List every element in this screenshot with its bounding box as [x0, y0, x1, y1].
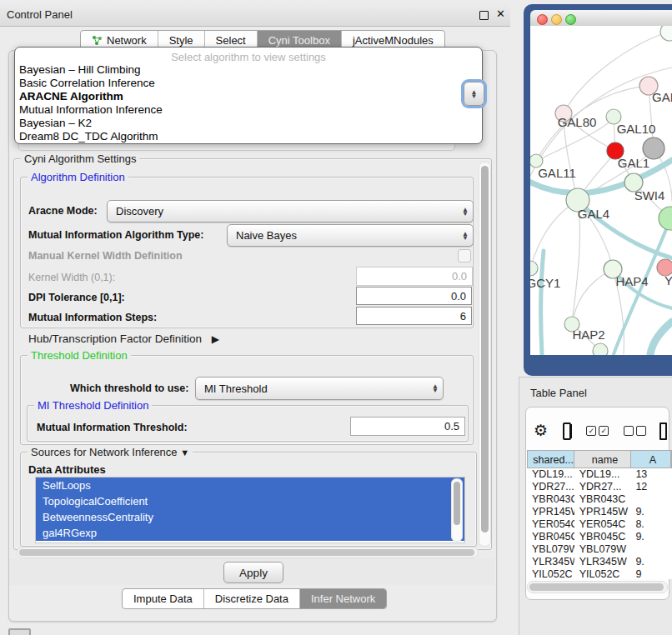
tab-label: Network	[107, 34, 147, 47]
cell: 8.	[631, 518, 672, 531]
cell: YBL079W	[574, 543, 632, 556]
column-header-3[interactable]: A	[631, 451, 671, 468]
tab-label: Cyni Toolbox	[268, 34, 330, 47]
mi-type-label: Mutual Information Algorithm Type:	[28, 229, 203, 241]
manual-kernel-label: Manual Kernel Width Definition	[28, 250, 183, 262]
node-table[interactable]: shared...nameAYDL19...YDL19...13YDR27...…	[527, 450, 672, 579]
which-threshold-label: Which threshold to use:	[70, 382, 188, 394]
mi-steps-value: 6	[460, 310, 466, 322]
settings-hscrollbar-thumb[interactable]	[19, 549, 474, 556]
cell: 9.	[631, 531, 672, 543]
attribute-item[interactable]: gal4RGexp	[36, 525, 464, 541]
tab-impute-data[interactable]: Impute Data	[123, 589, 204, 608]
data-attributes-list[interactable]: SelfLoopsTopologicalCoefficientBetweenne…	[35, 477, 465, 543]
cell: YBR045C	[574, 531, 632, 543]
attr-list-scrollbar-track[interactable]	[451, 478, 463, 542]
partial-bottom-button[interactable]	[8, 628, 31, 635]
aracne-mode-combo[interactable]: Discovery ▲▼	[107, 200, 474, 222]
document-icon[interactable]	[659, 422, 667, 440]
manual-kernel-checkbox[interactable]	[458, 249, 471, 262]
network-edge[interactable]	[572, 269, 613, 324]
cell	[631, 493, 672, 506]
hub-section-toggle[interactable]: Hub/Transcription Factor Definition ▶	[28, 332, 219, 345]
apply-button[interactable]: Apply	[223, 562, 283, 583]
close-traffic-light[interactable]	[537, 14, 548, 25]
spinner-arrows-icon: ▲▼	[458, 232, 473, 240]
network-node[interactable]	[530, 261, 538, 276]
table-row[interactable]: YIL052CYIL052C9	[527, 568, 672, 579]
attribute-item[interactable]: TopologicalCoefficient	[36, 493, 464, 509]
algorithm-option[interactable]: Mutual Information Inference	[15, 103, 482, 117]
table-panel-title: Table Panel	[530, 387, 587, 399]
column-header-1[interactable]: shared...	[528, 451, 574, 468]
algorithm-definition-legend: Algorithm Definition	[28, 171, 128, 183]
mi-threshold-input[interactable]: 0.5	[350, 417, 465, 436]
algorithm-dropdown-placeholder: Select algorithm to view settings	[15, 48, 482, 63]
cell: YDR27...	[574, 481, 632, 493]
algorithm-option[interactable]: Dream8 DC_TDC Algorithm	[15, 130, 482, 143]
which-threshold-combo[interactable]: MI Threshold ▲▼	[195, 377, 444, 400]
cell: YLR345W	[574, 556, 632, 568]
cell: 9	[631, 568, 672, 579]
algorithm-combo-spinner[interactable]: ▲▼	[464, 82, 484, 106]
table-row[interactable]: YER054CYER054C8.	[527, 518, 672, 531]
zoom-traffic-light[interactable]	[565, 14, 576, 25]
network-node[interactable]	[660, 26, 672, 41]
kernel-width-input[interactable]: 0.0	[356, 267, 473, 286]
deselect-all-checkboxes-icon[interactable]	[624, 426, 646, 436]
control-panel-title: Control Panel	[7, 8, 73, 21]
attribute-item[interactable]: SelfLoops	[36, 478, 464, 493]
sources-legend-label: Sources for Network Inference	[31, 446, 178, 458]
node-label: GAL	[652, 90, 672, 104]
close-icon[interactable]: ✕	[496, 8, 505, 20]
unchecked-box-icon	[624, 426, 634, 436]
kernel-width-label: Kernel Width (0,1):	[28, 272, 115, 283]
node-label: GAL4	[578, 207, 609, 221]
column-header-2[interactable]: name	[574, 451, 631, 468]
cell: YIL052C	[574, 568, 632, 579]
table-row[interactable]: YDL19...YDL19...13	[527, 468, 672, 481]
data-attributes-label: Data Attributes	[28, 463, 106, 476]
tab-discretize-data[interactable]: Discretize Data	[204, 589, 300, 608]
threshold-definition-legend: Threshold Definition	[28, 349, 131, 362]
mi-type-combo[interactable]: Naive Bayes ▲▼	[227, 224, 474, 247]
table-row[interactable]: YLR345WYLR345W9.	[527, 556, 672, 568]
mi-steps-input[interactable]: 6	[356, 307, 472, 325]
settings-hscrollbar-track[interactable]	[17, 547, 479, 558]
float-window-icon[interactable]	[479, 11, 489, 20]
column-layout-icon[interactable]	[563, 422, 571, 440]
table-row[interactable]: YDR27...YDR27...12	[527, 481, 672, 493]
algorithm-option[interactable]: Bayesian – Hill Climbing	[15, 63, 482, 77]
table-hscrollbar-thumb[interactable]	[529, 583, 664, 591]
collapsed-arrow-icon: ▶	[212, 333, 219, 345]
unchecked-box-icon	[636, 426, 646, 436]
table-row[interactable]: YBR043CYBR043C	[527, 493, 672, 506]
network-edge[interactable]	[530, 200, 578, 268]
settings-scrollbar-thumb[interactable]	[481, 166, 489, 532]
network-canvas[interactable]: GAL80GAL10GAL1GAL11GAL4SWI4GCY1HAP4YHAP2…	[530, 26, 672, 355]
network-edge[interactable]	[541, 251, 544, 354]
sources-legend[interactable]: Sources for Network Inference ▼	[28, 446, 193, 458]
network-node[interactable]	[593, 343, 608, 355]
attribute-item[interactable]: BetweennessCentrality	[36, 509, 464, 525]
cell: YER054C	[527, 518, 574, 531]
attr-list-scrollbar-thumb[interactable]	[454, 482, 460, 525]
settings-scrollbar-track[interactable]	[479, 162, 491, 547]
network-edge[interactable]	[650, 322, 672, 354]
algorithm-option[interactable]: Bayesian – K2	[15, 117, 482, 130]
table-row[interactable]: YBL079WYBL079W	[527, 543, 672, 556]
gear-icon[interactable]: ⚙	[534, 423, 548, 438]
dpi-tolerance-input[interactable]: 0.0	[356, 287, 472, 305]
cell: YLR345W	[527, 556, 574, 568]
table-row[interactable]: YPR145WYPR145W9.	[527, 506, 672, 518]
select-all-checkboxes-icon[interactable]: ✓ ✓	[586, 426, 609, 436]
table-hscrollbar-track[interactable]	[527, 581, 668, 593]
node-label: HAP4	[615, 274, 648, 288]
cell: YIL052C	[527, 568, 574, 579]
tab-infer-network[interactable]: Infer Network	[300, 589, 386, 608]
table-row[interactable]: YBR045CYBR045C9.	[527, 531, 672, 543]
minimize-traffic-light[interactable]	[551, 14, 562, 25]
cell: YER054C	[574, 518, 632, 531]
algorithm-option[interactable]: Basic Correlation Inference	[15, 77, 482, 90]
algorithm-option[interactable]: ARACNE Algorithm	[15, 90, 482, 103]
